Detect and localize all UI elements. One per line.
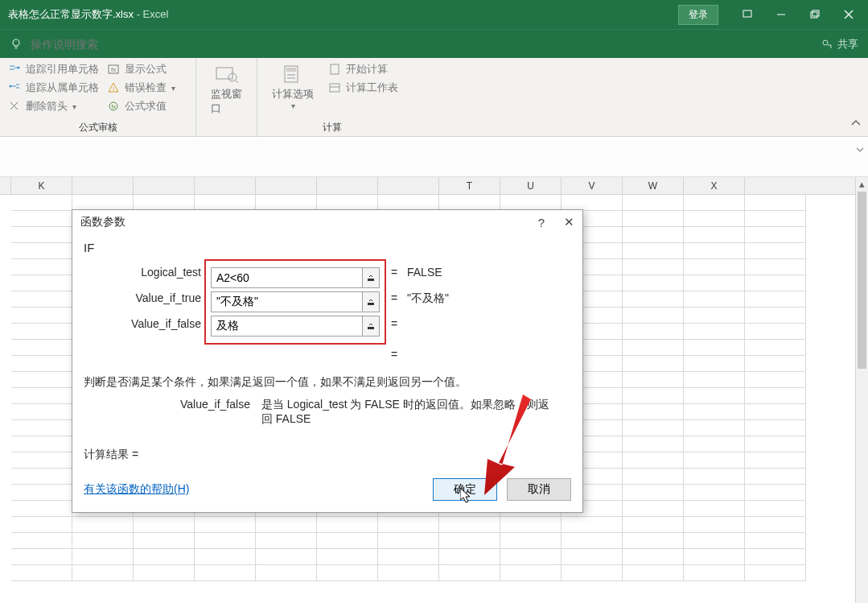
ribbon-group-label-calculation: 计算 <box>262 119 401 134</box>
col-header[interactable] <box>378 177 439 194</box>
scroll-up-button[interactable]: ▴ <box>856 177 868 190</box>
svg-point-9 <box>823 40 828 45</box>
svg-point-10 <box>18 67 20 69</box>
svg-rect-2 <box>811 12 817 18</box>
tell-me-bar: 共享 <box>0 29 868 58</box>
dialog-close-button[interactable]: ✕ <box>564 215 574 229</box>
evaluate-formula-icon: fx <box>107 100 120 113</box>
app-name: Excel <box>143 8 169 20</box>
share-icon <box>821 39 833 50</box>
close-button[interactable] <box>833 2 865 27</box>
collapse-dialog-button[interactable] <box>363 316 380 337</box>
label: 删除箭头 <box>26 99 68 114</box>
col-header[interactable] <box>256 177 317 194</box>
calculation-options-button[interactable]: 计算选项 ▾ <box>262 61 323 114</box>
minimize-icon <box>776 10 786 19</box>
close-icon <box>844 10 854 19</box>
chevron-up-icon <box>850 118 862 129</box>
col-header[interactable]: W <box>623 177 684 194</box>
show-formulas-icon: fx <box>107 63 120 76</box>
maximize-button[interactable] <box>799 2 831 27</box>
logical-test-input[interactable] <box>211 267 363 288</box>
dropdown-icon: ▾ <box>72 102 76 111</box>
function-arguments-dialog: 函数参数 ? ✕ IF Logical_test Value_if_true V… <box>72 209 583 513</box>
label: 开始计算 <box>346 62 388 76</box>
function-name: IF <box>84 237 568 261</box>
col-header[interactable] <box>134 177 195 194</box>
label: 计算选项 <box>272 87 314 101</box>
svg-text:!: ! <box>113 85 114 93</box>
vertical-scrollbar[interactable]: ▴ <box>855 177 868 603</box>
doc-filename: 表格怎么正常显示数字.xlsx <box>8 8 134 20</box>
watch-window-icon <box>214 64 240 84</box>
lightbulb-icon <box>10 38 23 51</box>
minimize-button[interactable] <box>765 2 797 27</box>
calculate-sheet-button[interactable]: 计算工作表 <box>325 80 401 96</box>
remove-arrows-button[interactable]: 删除箭头 ▾ <box>5 98 102 114</box>
label: 监视窗口 <box>211 87 242 116</box>
col-header[interactable]: X <box>684 177 745 194</box>
watch-window-button[interactable]: 监视窗口 <box>201 61 252 119</box>
svg-rect-24 <box>286 68 296 72</box>
svg-point-11 <box>10 85 12 88</box>
ribbon-display-options-button[interactable] <box>731 2 763 27</box>
formula-bar[interactable] <box>0 137 868 177</box>
ribbon: 追踪引用单元格 追踪从属单元格 删除箭头 ▾ fx 显示公式 ! <box>0 58 868 137</box>
svg-point-6 <box>13 39 19 46</box>
show-formulas-button[interactable]: fx 显示公式 <box>104 61 179 77</box>
trace-dependents-icon <box>8 81 21 94</box>
col-header[interactable]: K <box>11 177 72 194</box>
svg-rect-30 <box>368 279 374 281</box>
calculate-now-icon <box>328 63 341 76</box>
error-checking-button[interactable]: ! 错误检查 ▾ <box>104 80 179 96</box>
collapse-dialog-button[interactable] <box>363 291 380 312</box>
argument-detail: Value_if_false 是当 Logical_test 为 FALSE 时… <box>180 398 568 427</box>
collapse-icon <box>366 321 376 331</box>
remove-arrows-icon <box>8 100 21 113</box>
trace-precedents-button[interactable]: 追踪引用单元格 <box>5 61 102 77</box>
share-button[interactable]: 共享 <box>821 37 858 52</box>
eq-sign: = <box>389 291 399 304</box>
dialog-titlebar[interactable]: 函数参数 ? ✕ <box>72 210 582 234</box>
collapse-ribbon-button[interactable] <box>850 118 862 131</box>
trace-dependents-button[interactable]: 追踪从属单元格 <box>5 80 102 96</box>
eq-sign: = <box>389 266 399 279</box>
svg-rect-3 <box>812 10 819 16</box>
svg-text:fx: fx <box>111 66 116 73</box>
logical-test-label: Logical_test <box>84 266 201 279</box>
function-help-link[interactable]: 有关该函数的帮助(H) <box>84 482 189 497</box>
login-button[interactable]: 登录 <box>678 5 718 25</box>
label: 追踪引用单元格 <box>26 62 99 76</box>
scrollbar-thumb[interactable] <box>858 192 866 369</box>
svg-rect-27 <box>331 64 339 74</box>
value-if-false-input[interactable] <box>211 316 363 337</box>
col-header[interactable]: U <box>500 177 562 194</box>
cancel-button[interactable]: 取消 <box>507 478 571 501</box>
calculate-sheet-icon <box>328 81 341 94</box>
tell-me-input[interactable] <box>31 38 171 51</box>
collapse-icon <box>366 297 376 307</box>
col-header[interactable] <box>317 177 378 194</box>
dialog-help-button[interactable]: ? <box>538 216 545 229</box>
value-if-true-input[interactable] <box>211 291 363 312</box>
label: 追踪从属单元格 <box>26 81 99 95</box>
col-header[interactable]: V <box>562 177 623 194</box>
calculation-options-icon <box>280 64 306 84</box>
evaluate-formula-button[interactable]: fx 公式求值 <box>104 98 179 114</box>
collapse-dialog-button[interactable] <box>363 267 380 288</box>
ok-button[interactable]: 确定 <box>433 478 497 501</box>
eq-sign: = <box>389 348 399 361</box>
column-headers: K T U V W X <box>0 177 868 195</box>
col-header[interactable]: T <box>439 177 500 194</box>
expand-formula-bar-button[interactable] <box>855 145 865 157</box>
col-header[interactable] <box>195 177 256 194</box>
label: 显示公式 <box>125 62 167 76</box>
calculate-now-button[interactable]: 开始计算 <box>325 61 401 77</box>
titlebar-text: 表格怎么正常显示数字.xlsx - Excel <box>8 7 168 22</box>
argument-detail-name: Value_if_false <box>180 398 250 427</box>
trace-precedents-icon <box>8 63 21 76</box>
select-all-corner[interactable] <box>0 177 11 194</box>
value-if-true-result: "不及格" <box>407 291 449 306</box>
svg-line-22 <box>235 80 238 83</box>
col-header[interactable] <box>72 177 134 194</box>
